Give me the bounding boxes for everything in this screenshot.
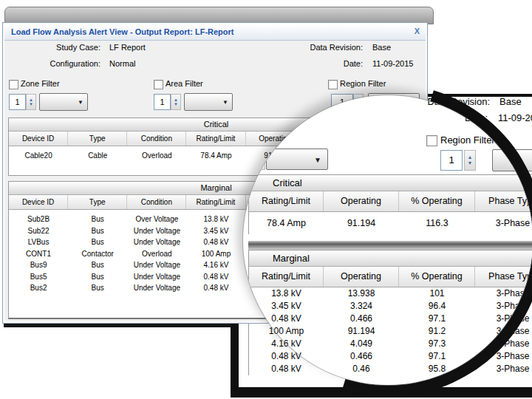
cell: Cable <box>68 150 127 162</box>
cell: 3.324 <box>324 300 399 313</box>
cell: 78.4 Amp <box>249 212 324 234</box>
table-row: 3.45 kV3.32496.43-Phase <box>249 300 532 313</box>
col-pct-operating: % Operating <box>399 191 475 211</box>
area-filter-spinner[interactable]: 1 <box>154 94 171 110</box>
cell: Bus5 <box>9 271 68 283</box>
cell: 13.938 <box>324 287 399 300</box>
magnifier-lens: Data Revision: Base Date: 11-09-2015 Reg… <box>243 95 532 385</box>
cell: 116.3 <box>399 212 475 234</box>
area-filter-label: Area Filter <box>166 79 203 88</box>
col-phase-type: Phase Type <box>475 267 532 287</box>
cell: Under Voltage <box>127 282 186 294</box>
region-filter-checkbox[interactable] <box>328 80 338 89</box>
cell: Under Voltage <box>127 259 186 271</box>
table-row: 78.4 Amp 91.194 116.3 3-Phase <box>249 212 532 234</box>
cell: Sub2B <box>9 214 68 225</box>
close-icon[interactable]: X <box>415 27 420 35</box>
cell: 101 <box>399 287 475 300</box>
col-condition: Condition <box>127 195 186 209</box>
zoom-region-filter-label: Region Filter <box>440 134 495 146</box>
screenshot-stage: Load Flow Analysis Alert View - Output R… <box>0 0 532 399</box>
table-row: 0.48 kV0.46697.13-Phase <box>249 313 532 325</box>
table-row: 100 Amp91.19491.23-Phase <box>249 325 532 338</box>
cell: 91.2 <box>399 325 475 338</box>
cell: 13.8 kV <box>249 287 324 300</box>
col-device-id: Device ID <box>9 195 68 209</box>
spinner-up-icon: ▲ <box>468 154 473 160</box>
chevron-down-icon: ▼ <box>78 99 83 106</box>
col-operating: Operating <box>324 191 399 211</box>
col-type: Type <box>68 132 127 146</box>
cell: Over Voltage <box>127 214 186 225</box>
col-rating-limit: Rating/Limit <box>249 191 324 211</box>
configuration-value: Normal <box>109 59 135 68</box>
cell: 91.194 <box>324 325 399 338</box>
col-phase-type: Phase Type <box>475 191 532 211</box>
chevron-down-icon: ▼ <box>314 155 321 163</box>
cell: Under Voltage <box>127 225 186 237</box>
cell: Bus <box>68 214 127 225</box>
dialog-titlebar[interactable]: Load Flow Analysis Alert View - Output R… <box>4 24 426 41</box>
configuration-label: Configuration: <box>10 59 100 68</box>
chevron-down-icon: ▼ <box>222 99 228 106</box>
date-value: 11-09-2015 <box>372 59 413 68</box>
col-device-id: Device ID <box>9 132 68 146</box>
zoom-critical-section: Critical Rating/Limit Operating % Operat… <box>248 174 532 234</box>
cell: CONT1 <box>9 248 68 260</box>
cell: Cable20 <box>9 150 68 162</box>
cell: LVBus <box>9 236 68 248</box>
area-filter-spinner-arrows[interactable]: ▲ ▼ <box>171 94 181 110</box>
cell: 78.4 Amp <box>186 150 245 162</box>
col-type: Type <box>68 195 127 209</box>
cell: Bus2 <box>9 282 68 294</box>
zoom-area-filter-dropdown: ▼ <box>266 149 328 170</box>
data-revision-label: Data Revision: <box>247 43 363 52</box>
zone-filter-spinner-arrows[interactable]: ▲ ▼ <box>26 94 36 110</box>
col-rating-limit: Rating/Limit <box>186 132 245 146</box>
cell: 0.46 <box>324 363 399 375</box>
col-operating: Operating <box>324 267 399 287</box>
zone-filter-checkbox[interactable] <box>9 80 18 89</box>
cell: Under Voltage <box>127 271 186 283</box>
cell: 91.194 <box>324 212 399 234</box>
spinner-down-icon: ▼ <box>468 160 473 166</box>
zoom-marginal-title: Marginal <box>249 250 532 267</box>
cell: Overload <box>127 248 186 260</box>
cell: Bus <box>68 236 127 248</box>
cell: 3-Phase <box>475 212 532 234</box>
cell: Under Voltage <box>127 236 186 248</box>
cell: 97.1 <box>399 313 475 325</box>
dialog-title: Load Flow Analysis Alert View - Output R… <box>11 27 234 36</box>
data-revision-value: Base <box>372 43 391 52</box>
zoom-date-value: 11-09-2015 <box>498 112 532 123</box>
cell: 4.049 <box>324 338 399 350</box>
cell: Contactor <box>68 248 127 260</box>
zoom-marginal-header: Rating/Limit Operating % Operating Phase… <box>249 267 532 287</box>
cell: Overload <box>127 150 186 162</box>
cell: 96.4 <box>399 300 475 313</box>
study-case-label: Study Case: <box>10 43 100 52</box>
zone-filter-dropdown[interactable]: ▼ <box>39 93 88 111</box>
cell: Sub22 <box>9 225 68 237</box>
cell: Bus <box>68 282 127 294</box>
spinner-down-icon[interactable]: ▼ <box>29 102 33 106</box>
date-label: Date: <box>247 59 363 68</box>
area-filter-dropdown[interactable]: ▼ <box>184 93 233 111</box>
zoom-critical-header: Rating/Limit Operating % Operating Phase… <box>249 191 532 212</box>
cell: Bus <box>68 259 127 271</box>
cell: Bus9 <box>9 259 68 271</box>
cell: 3-Phase <box>475 363 532 375</box>
cell: 0.466 <box>324 313 399 325</box>
cell: Bus <box>68 271 127 283</box>
cell: 0.466 <box>324 350 399 363</box>
zoom-data-revision-value: Base <box>499 97 522 107</box>
area-filter-checkbox[interactable] <box>154 80 163 89</box>
col-condition: Condition <box>127 132 186 146</box>
zoom-section-divider <box>248 241 532 250</box>
spinner-down-icon[interactable]: ▼ <box>174 102 178 106</box>
zone-filter-spinner[interactable]: 1 <box>9 94 26 110</box>
cell: Bus <box>68 225 127 237</box>
study-case-value: LF Report <box>109 43 146 52</box>
zoom-region-spinner-arrows: ▲ ▼ <box>464 150 476 171</box>
table-row: 13.8 kV13.9381013-Phase <box>249 287 532 300</box>
